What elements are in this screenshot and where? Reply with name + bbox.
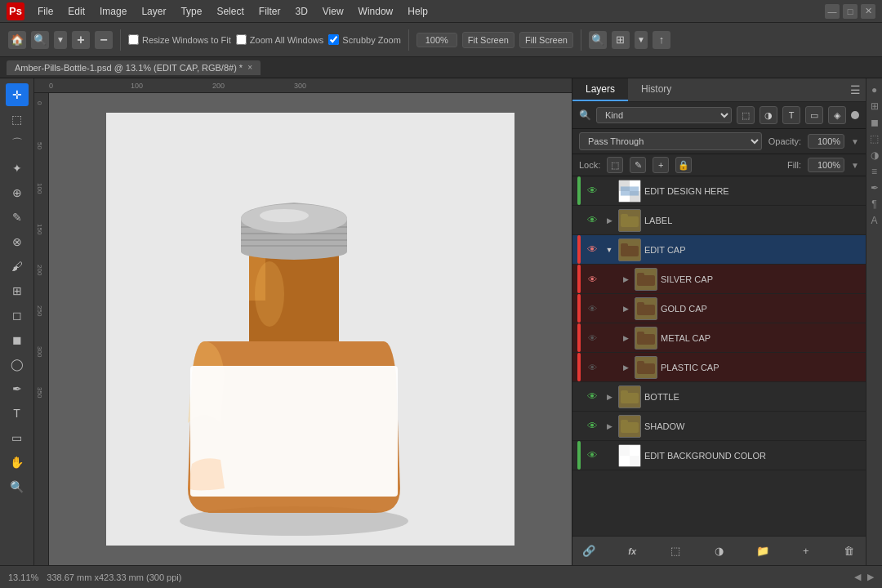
character-icon[interactable]: A: [868, 214, 881, 227]
channels-icon[interactable]: ≡: [868, 165, 881, 178]
brush-tool[interactable]: 🖌: [6, 255, 29, 278]
pen-tool[interactable]: ✒: [6, 377, 29, 400]
filter-toggle[interactable]: [851, 111, 859, 119]
visibility-bottle[interactable]: 👁: [584, 389, 600, 405]
resize-windows-checkbox[interactable]: Resize Windows to Fit: [128, 34, 231, 45]
lock-all-button[interactable]: 🔒: [675, 157, 692, 173]
layer-silver-cap[interactable]: 👁 ▶ SILVER CAP: [572, 265, 866, 294]
lock-position-button[interactable]: ✎: [630, 157, 646, 173]
visibility-label[interactable]: 👁: [584, 212, 600, 229]
share-button[interactable]: ↑: [653, 31, 670, 49]
visibility-metal-cap[interactable]: 👁: [584, 330, 600, 346]
libraries-dropdown[interactable]: ▼: [635, 31, 648, 49]
adjustments-icon[interactable]: ◑: [868, 149, 881, 162]
patterns-icon[interactable]: ⬚: [868, 132, 881, 145]
menu-window[interactable]: Window: [352, 3, 400, 20]
menu-select[interactable]: Select: [210, 3, 250, 20]
blend-mode-select[interactable]: Pass Through: [579, 132, 762, 150]
gradient-tool[interactable]: ◼: [6, 328, 29, 351]
fit-screen-button[interactable]: Fit Screen: [462, 32, 514, 48]
menu-filter[interactable]: Filter: [252, 3, 287, 20]
heal-tool[interactable]: ⊗: [6, 230, 29, 253]
lasso-tool[interactable]: ⌒: [6, 132, 29, 155]
layer-edit-design[interactable]: 👁 EDIT DESIGN HERE: [572, 176, 866, 206]
close-button[interactable]: ✕: [861, 4, 875, 19]
layer-arrow-bottle[interactable]: ▶: [604, 393, 615, 401]
search-button[interactable]: 🔍: [589, 31, 607, 49]
move-tool[interactable]: ✛: [6, 83, 29, 106]
layer-arrow-gold-cap[interactable]: ▶: [620, 305, 631, 313]
layer-metal-cap[interactable]: 👁 ▶ METAL CAP: [572, 323, 866, 353]
fx-button[interactable]: fx: [622, 541, 642, 561]
scrubby-zoom-checkbox[interactable]: Scrubby Zoom: [328, 34, 401, 45]
shape-filter-button[interactable]: ▭: [805, 106, 823, 124]
libraries-button[interactable]: ⊞: [612, 31, 630, 49]
paragraph-icon[interactable]: ¶: [868, 198, 881, 211]
fill-screen-button[interactable]: Fill Screen: [519, 32, 573, 48]
home-button[interactable]: 🏠: [8, 31, 26, 49]
marquee-tool[interactable]: ⬚: [6, 108, 29, 131]
gradients-icon[interactable]: ◼: [868, 116, 881, 129]
layer-edit-bg[interactable]: 👁 EDIT BACKGROUND COLOR: [572, 441, 866, 470]
lock-artboard-button[interactable]: +: [653, 157, 669, 173]
add-mask-button[interactable]: ⬚: [666, 541, 685, 561]
type-filter-button[interactable]: T: [782, 106, 800, 124]
visibility-gold-cap[interactable]: 👁: [584, 301, 600, 317]
menu-layer[interactable]: Layer: [135, 3, 172, 20]
tab-layers[interactable]: Layers: [572, 78, 628, 101]
zoom-in-button[interactable]: +: [72, 31, 90, 49]
eraser-tool[interactable]: ◻: [6, 304, 29, 327]
menu-3d[interactable]: 3D: [288, 3, 314, 20]
maximize-button[interactable]: □: [843, 4, 858, 19]
visibility-plastic-cap[interactable]: 👁: [584, 359, 600, 376]
kind-select[interactable]: Kind: [596, 107, 732, 123]
eyedropper-tool[interactable]: ✎: [6, 206, 29, 229]
layer-arrow-silver-cap[interactable]: ▶: [620, 275, 631, 283]
menu-file[interactable]: File: [31, 3, 60, 20]
tab-history[interactable]: History: [628, 78, 684, 101]
panel-menu-icon[interactable]: ☰: [850, 83, 861, 96]
zoom-dropdown[interactable]: ▼: [54, 31, 67, 49]
menu-image[interactable]: Image: [93, 3, 133, 20]
pixel-filter-button[interactable]: ⬚: [737, 106, 755, 124]
swatches-icon[interactable]: ⊞: [868, 100, 881, 113]
fill-input[interactable]: [808, 158, 844, 172]
zoom-out-button[interactable]: −: [95, 31, 113, 49]
visibility-shadow[interactable]: 👁: [584, 418, 600, 434]
layer-arrow-plastic-cap[interactable]: ▶: [620, 363, 631, 372]
visibility-silver-cap[interactable]: 👁: [584, 271, 600, 287]
delete-layer-button[interactable]: 🗑: [840, 541, 859, 561]
visibility-edit-bg[interactable]: 👁: [584, 448, 600, 464]
layer-arrow-edit-cap[interactable]: ▼: [604, 246, 615, 254]
layer-shadow[interactable]: 👁 ▶ SHADOW: [572, 412, 866, 441]
clone-tool[interactable]: ⊞: [6, 279, 29, 302]
paths-icon[interactable]: ✒: [868, 181, 881, 194]
new-layer-button[interactable]: +: [796, 541, 816, 561]
dodge-tool[interactable]: ◯: [6, 353, 29, 376]
adjustment-button[interactable]: ◑: [709, 541, 728, 561]
visibility-edit-design[interactable]: 👁: [584, 183, 600, 199]
smart-filter-button[interactable]: ◈: [828, 106, 846, 124]
new-group-button[interactable]: 📁: [753, 541, 773, 561]
opacity-input[interactable]: [808, 134, 844, 149]
adjustment-filter-button[interactable]: ◑: [760, 106, 777, 124]
zoom-canvas-tool[interactable]: 🔍: [6, 475, 29, 498]
color-icon[interactable]: ●: [868, 83, 881, 96]
layer-gold-cap[interactable]: 👁 ▶ GOLD CAP: [572, 294, 866, 323]
layer-label[interactable]: 👁 ▶ LABEL: [572, 206, 866, 235]
visibility-edit-cap[interactable]: 👁: [584, 242, 600, 258]
text-tool[interactable]: T: [6, 402, 29, 425]
fill-arrow[interactable]: ▼: [851, 161, 859, 170]
opacity-arrow[interactable]: ▼: [851, 137, 859, 146]
canvas-prev[interactable]: ◀: [854, 572, 861, 582]
zoom-all-windows-checkbox[interactable]: Zoom All Windows: [236, 34, 323, 45]
canvas-container[interactable]: [49, 93, 572, 565]
menu-edit[interactable]: Edit: [61, 3, 91, 20]
layer-arrow-label[interactable]: ▶: [604, 216, 615, 225]
shape-tool[interactable]: ▭: [6, 426, 29, 449]
link-layers-button[interactable]: 🔗: [579, 541, 599, 561]
hand-tool[interactable]: ✋: [6, 451, 29, 474]
minimize-button[interactable]: —: [825, 4, 840, 19]
menu-help[interactable]: Help: [401, 3, 434, 20]
doc-tab[interactable]: Amber-Pills-Bottle-1.psd @ 13.1% (EDIT C…: [7, 60, 261, 75]
